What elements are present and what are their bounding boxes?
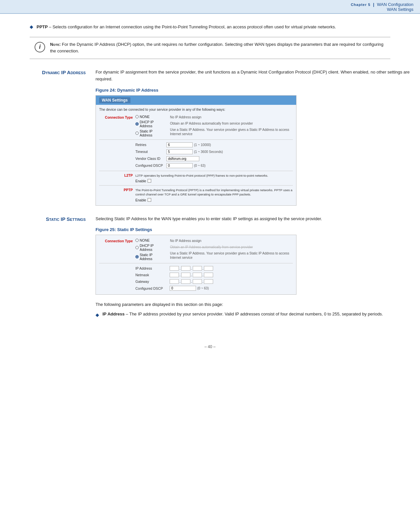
- static-radio[interactable]: [135, 132, 139, 135]
- fields-right: Retries (1 ~ 10000) Timeout (1 ~ 3600 Se…: [135, 141, 293, 169]
- pptp-text: PPTP – Selects configuration for an Inte…: [37, 24, 336, 30]
- static-dscp-input[interactable]: [170, 286, 196, 291]
- options-desc-row: NONE DHCP IP Address Static IP Address: [135, 114, 293, 138]
- gateway-box4[interactable]: [204, 279, 213, 284]
- note-box: i Note: For the Dynamic IP Address (DHCP…: [30, 37, 390, 59]
- ip-dot1: .: [180, 267, 181, 270]
- fields-area: Retries (1 ~ 10000) Timeout (1 ~ 3600 Se…: [99, 141, 293, 169]
- static-options-col: NONE DHCP IP Address Static IP Address: [135, 238, 163, 261]
- fields-left: [99, 141, 135, 169]
- wan-settings-tab[interactable]: WAN Settings: [99, 97, 130, 103]
- static-dhcp-radio[interactable]: [135, 246, 139, 249]
- ip-box2[interactable]: [181, 266, 190, 271]
- dscp-label: Configured DSCP: [135, 163, 165, 167]
- static-conn-type-label: Connection Type: [99, 238, 135, 243]
- netmask-box1[interactable]: [170, 273, 179, 277]
- page-number: – 40 –: [205, 344, 215, 349]
- dhcp-option[interactable]: DHCP IP Address: [135, 119, 163, 129]
- static-dhcp-option[interactable]: DHCP IP Address: [135, 243, 163, 252]
- l2tp-enable-row: Enable: [135, 178, 293, 184]
- static-none-desc: No IP Address assign: [170, 238, 293, 244]
- none-option[interactable]: NONE: [135, 114, 163, 119]
- dynamic-ip-screenshot: WAN Settings The device can be connected…: [96, 95, 296, 206]
- gateway-box2[interactable]: [181, 279, 190, 284]
- dynamic-ip-section: Dynamic IP Address For dynamic IP assign…: [10, 69, 410, 205]
- gateway-label: Gateway: [135, 280, 168, 283]
- static-static-option[interactable]: Static IP Address: [135, 252, 163, 261]
- header-sep: |: [373, 2, 375, 7]
- netmask-label: Netmask: [135, 273, 168, 277]
- l2tp-left: L2TP: [99, 173, 135, 184]
- pptp-right: The Point-to-Point Tunneling Protocol (P…: [135, 187, 293, 203]
- static-static-radio[interactable]: [135, 255, 139, 258]
- chapter-label: Chapter: [351, 3, 367, 7]
- none-desc: No IP Address assign: [170, 114, 293, 120]
- netmask-field: Netmask . . .: [135, 272, 293, 278]
- static-conn-type-area: Connection Type NONE: [99, 238, 293, 261]
- gateway-field: Gateway . . .: [135, 278, 293, 285]
- static-fields-left: [99, 265, 135, 292]
- vendor-label: Vendor Class ID: [135, 157, 165, 161]
- pptp-section: ◆ PPTP – Selects configuration for an In…: [30, 24, 410, 30]
- ip-address-label: IP Address: [135, 266, 168, 270]
- l2tp-label: L2TP: [99, 173, 135, 177]
- none-radio[interactable]: [135, 115, 139, 118]
- retries-hint: (1 ~ 10000): [194, 143, 211, 147]
- bottom-text-area: The following parameters are displayed i…: [96, 301, 410, 318]
- static-divider1: [99, 263, 293, 263]
- gateway-box1[interactable]: [170, 279, 179, 284]
- ip-box3[interactable]: [193, 266, 202, 271]
- divider3: [99, 185, 293, 186]
- static-label: Static IP Address: [140, 129, 163, 137]
- gateway-box3[interactable]: [193, 279, 202, 284]
- pptp-desc: – Selects configuration for an Internet …: [49, 24, 336, 29]
- divider1: [99, 139, 293, 140]
- wan-body: The device can be connected to your serv…: [96, 105, 296, 205]
- header-section: WAN Configuration: [377, 2, 413, 7]
- bottom-bullet-icon: ◆: [96, 311, 99, 318]
- ip-box4[interactable]: [204, 266, 213, 271]
- conn-type-label: Connection Type: [99, 114, 135, 119]
- pptp-label: PPTP: [37, 24, 48, 29]
- static-dhcp-label: DHCP IP Address: [140, 244, 163, 252]
- pptp-desc-shot: The Point-to-Point Tunneling Protocol (P…: [135, 187, 293, 197]
- dynamic-ip-body: For dynamic IP assignment from the servi…: [96, 69, 410, 205]
- timeout-hint: (1 ~ 3600 Seconds): [194, 150, 223, 154]
- netmask-box3[interactable]: [193, 273, 202, 277]
- static-none-radio[interactable]: [135, 239, 139, 242]
- note-label: Note:: [50, 42, 61, 47]
- static-fields-right: IP Address . . .: [135, 265, 293, 292]
- netmask-dot1: .: [180, 273, 181, 277]
- figure-24-title: Figure 24: Dynamic IP Address: [96, 88, 410, 93]
- netmask-dot2: .: [191, 273, 192, 277]
- static-none-option[interactable]: NONE: [135, 238, 163, 243]
- l2tp-checkbox[interactable]: [148, 179, 151, 183]
- ip-box1[interactable]: [170, 266, 179, 271]
- gateway-dot1: .: [180, 280, 181, 283]
- retries-input[interactable]: [166, 142, 193, 147]
- static-ip-screenshot: Connection Type NONE: [96, 235, 296, 295]
- dhcp-label: DHCP IP Address: [140, 120, 163, 128]
- vendor-input[interactable]: [166, 156, 199, 161]
- static-dhcp-desc: Obtain an IP Address automatically from …: [170, 244, 293, 250]
- dhcp-radio[interactable]: [135, 122, 139, 126]
- pptp-area: PPTP The Point-to-Point Tunneling Protoc…: [99, 187, 293, 203]
- ip-address-bullet: ◆ IP Address – The IP address provided b…: [96, 311, 410, 318]
- pptp-label-shot: PPTP: [99, 187, 135, 192]
- static-none-label: NONE: [140, 238, 150, 242]
- netmask-box2[interactable]: [181, 273, 190, 277]
- timeout-field: Timeout (1 ~ 3600 Seconds): [135, 148, 293, 155]
- dscp-input[interactable]: [166, 163, 193, 168]
- header-line1: Chapter 5 | WAN Configuration: [351, 2, 413, 7]
- static-option[interactable]: Static IP Address: [135, 129, 163, 138]
- pptp-checkbox[interactable]: [148, 198, 151, 202]
- l2tp-right: L2TP operates by tunneling Point-to-Poin…: [135, 173, 293, 184]
- pptp-left: PPTP: [99, 187, 135, 203]
- static-fields-area: IP Address . . .: [99, 265, 293, 292]
- wan-tab-bar: WAN Settings: [96, 96, 296, 105]
- l2tp-desc: L2TP operates by tunneling Point-to-Poin…: [135, 173, 293, 178]
- timeout-input[interactable]: [166, 149, 193, 154]
- static-wan-body: Connection Type NONE: [96, 235, 296, 294]
- retries-label: Retries: [135, 143, 165, 147]
- netmask-box4[interactable]: [204, 273, 213, 277]
